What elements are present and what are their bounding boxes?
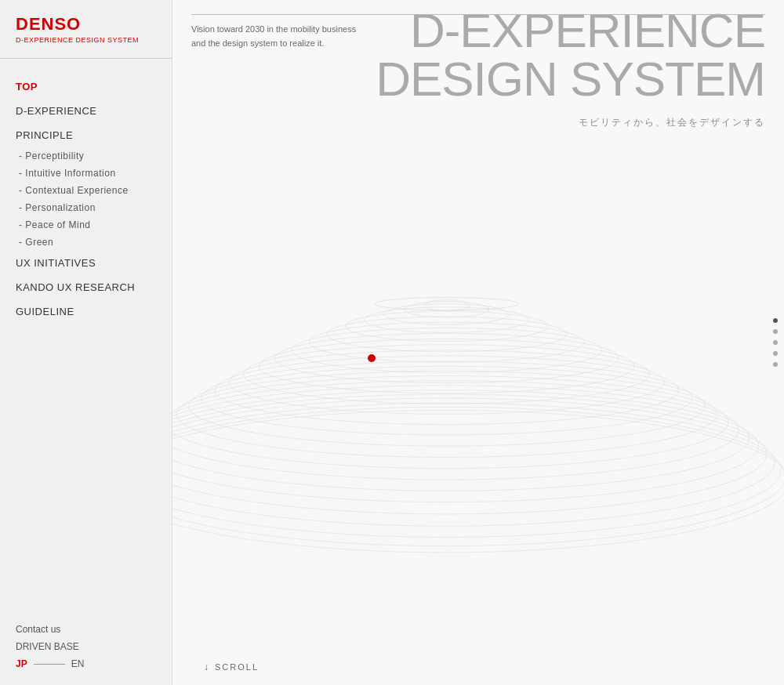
right-dots-nav [773, 318, 778, 367]
sidebar-nav: TOPD-EXPERIENCEPRINCIPLE- Perceptibility… [0, 59, 172, 611]
sidebar-item-contextual-experience[interactable]: - Contextual Experience [0, 182, 172, 199]
main-title-line2: DESIGN SYSTEM [376, 55, 765, 103]
sidebar-item-d-experience[interactable]: D-EXPERIENCE [0, 99, 172, 123]
scroll-indicator[interactable]: ↓ SCROLL [204, 661, 259, 672]
header-subtitle: Vision toward 2030 in the mobility busin… [191, 23, 765, 50]
logo-subtitle: D-EXPERIENCE DESIGN SYSTEM [16, 36, 156, 44]
dot-nav-5[interactable] [773, 362, 778, 367]
lang-jp-button[interactable]: JP [16, 658, 27, 669]
sidebar-item-principle[interactable]: PRINCIPLE [0, 123, 172, 147]
svg-point-11 [244, 345, 650, 404]
sidebar-item-guideline[interactable]: GUIDELINE [0, 299, 172, 324]
japanese-text: モビリティから、社会をデザインする [579, 116, 765, 129]
ellipse-svg [172, 78, 784, 638]
lang-divider [34, 664, 65, 665]
sidebar-item-perceptibility[interactable]: - Perceptibility [0, 147, 172, 165]
svg-point-22 [172, 403, 781, 537]
svg-point-7 [188, 366, 705, 446]
svg-point-23 [172, 407, 784, 545]
sidebar-item-top[interactable]: TOP [0, 74, 172, 99]
svg-point-15 [309, 322, 584, 362]
logo-title[interactable]: DENSO [16, 14, 156, 34]
svg-point-24 [172, 410, 784, 553]
svg-point-0 [172, 398, 775, 526]
contact-link[interactable]: Contact us [16, 624, 156, 635]
sidebar-item-green[interactable]: - Green [0, 234, 172, 251]
sidebar-item-ux-initiatives[interactable]: UX INITIATIVES [0, 251, 172, 275]
logo-area: DENSO D-EXPERIENCE DESIGN SYSTEM [0, 0, 172, 52]
red-dot [368, 354, 376, 362]
driven-base-link[interactable]: DRIVEN BASE [16, 641, 156, 652]
sidebar-item-intuitive-information[interactable]: - Intuitive Information [0, 165, 172, 182]
scroll-label: SCROLL [215, 662, 259, 672]
scroll-arrow: ↓ [204, 661, 210, 672]
dot-nav-3[interactable] [773, 340, 778, 345]
sidebar: DENSO D-EXPERIENCE DESIGN SYSTEM TOPD-EX… [0, 0, 172, 685]
ellipse-visualization [172, 78, 784, 638]
svg-point-16 [327, 317, 567, 352]
dot-nav-2[interactable] [773, 329, 778, 334]
dot-nav-4[interactable] [773, 351, 778, 356]
sidebar-footer: Contact us DRIVEN BASE JP EN [0, 611, 172, 685]
lang-en-button[interactable]: EN [71, 658, 85, 669]
sidebar-item-personalization[interactable]: - Personalization [0, 199, 172, 216]
dot-nav-1[interactable] [773, 318, 778, 323]
main-content: D-EXPERIENCE DESIGN SYSTEM Vision toward… [172, 0, 784, 685]
lang-switcher: JP EN [16, 658, 156, 669]
sidebar-item-kando-ux[interactable]: KANDO UX RESEARCH [0, 275, 172, 299]
header-area: Vision toward 2030 in the mobility busin… [172, 0, 784, 50]
sidebar-item-peace-of-mind[interactable]: - Peace of Mind [0, 216, 172, 234]
svg-point-1 [172, 394, 767, 514]
